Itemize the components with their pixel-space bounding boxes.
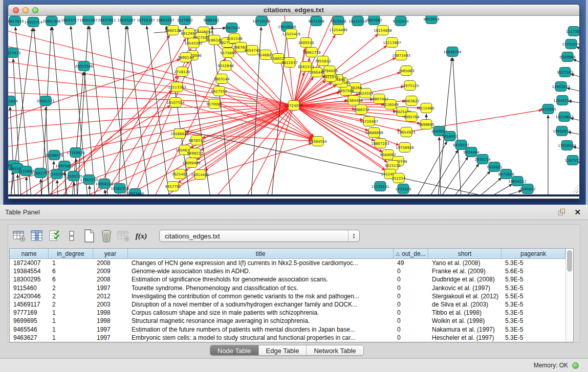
- table-row[interactable]: 1872400712008Changes of HCN gene express…: [10, 259, 565, 267]
- close-window-icon[interactable]: [13, 7, 19, 13]
- select-attributes-button[interactable]: [46, 228, 63, 244]
- table-cell: 5.3E-5: [502, 325, 565, 334]
- close-panel-icon[interactable]: ✕: [574, 208, 581, 216]
- table-tabs: Node TableEdge TableNetwork Table: [210, 345, 364, 356]
- new-table-button[interactable]: [80, 228, 98, 244]
- show-columns-button[interactable]: [28, 228, 46, 244]
- function-fx-icon: f(x): [136, 232, 147, 240]
- graph-node-label: 12093877: [552, 85, 570, 89]
- delete-attribute-button[interactable]: [98, 228, 115, 244]
- table-cell: 0: [394, 325, 428, 334]
- row-height-button[interactable]: [63, 228, 80, 244]
- table-panel-header: Table Panel ✕: [0, 205, 588, 220]
- graph-node-label: 9327472: [8, 51, 21, 55]
- graph-edge: [465, 171, 490, 194]
- tab-node-table[interactable]: Node Table: [210, 345, 259, 355]
- table-settings-icon: [13, 230, 26, 242]
- graph-node-label: 252254: [392, 177, 406, 181]
- table-scrollbar[interactable]: [565, 249, 573, 342]
- column-header-year[interactable]: year: [93, 249, 128, 258]
- graph-node-label: 8813014: [423, 17, 440, 21]
- graph-node-label: 2935114: [474, 158, 491, 162]
- graph-node-label: 17359928: [67, 151, 85, 155]
- network-canvas[interactable]: 2061351014055714208914061804371716055267…: [8, 16, 579, 196]
- table-cell: 2012: [93, 292, 128, 300]
- table-cell: 49: [394, 259, 428, 267]
- table-row[interactable]: 946362711997Embryonic stem cells: a mode…: [10, 334, 565, 342]
- table-row[interactable]: 2242004622012Investigating the contribut…: [10, 292, 565, 300]
- graph-node-label: 10654112: [508, 180, 527, 184]
- graph-node-label: 19166822: [170, 132, 189, 136]
- show-columns-icon: [30, 230, 43, 242]
- table-toolbar: f(x) citations_edges.txt ▲ ▼: [8, 225, 580, 247]
- sort-ascending-icon: △: [396, 251, 400, 256]
- column-header-short[interactable]: short: [428, 249, 502, 258]
- table-cell: 1997: [93, 325, 128, 334]
- table-row[interactable]: 1456911722003Disruption of a novel membe…: [10, 300, 565, 309]
- graph-node-label: 9242848: [217, 64, 233, 68]
- float-panel-icon[interactable]: [558, 209, 566, 216]
- column-header-title[interactable]: title: [128, 249, 394, 258]
- delete-table-button[interactable]: [115, 228, 133, 244]
- column-header-out_de[interactable]: △out_de...: [394, 249, 428, 258]
- table-row[interactable]: 946554611997Estimation of the future num…: [10, 325, 565, 334]
- graph-node-label: 8454749: [244, 49, 260, 53]
- node-table: namein_degreeyeartitle△out_de...shortpag…: [9, 248, 574, 342]
- table-cell: Dudbridge et al. (2008): [428, 275, 502, 283]
- table-cell: de Silva et al. (2003): [428, 300, 502, 309]
- network-window-titlebar[interactable]: citations_edges.txt: [8, 5, 579, 16]
- table-row[interactable]: 969969511998Structural magnetic resonanc…: [10, 317, 565, 325]
- table-source-select[interactable]: citations_edges.txt ▲ ▼: [159, 230, 360, 242]
- table-cell: 1: [49, 317, 93, 325]
- table-cell: 5.9E-5: [502, 275, 565, 283]
- table-cell: 9465546: [10, 325, 49, 334]
- column-header-pagerank[interactable]: pagerank: [502, 249, 565, 258]
- table-cell: 5.3E-5: [502, 317, 565, 325]
- graph-edge: [105, 190, 105, 194]
- table-row[interactable]: 1830029562008Estimation of significance …: [10, 275, 565, 283]
- table-cell: 2009: [93, 267, 128, 275]
- tab-edge-table[interactable]: Edge Table: [259, 345, 307, 355]
- table-cell: 2008: [93, 259, 128, 267]
- graph-edge: [40, 179, 41, 194]
- function-builder-button[interactable]: f(x): [133, 228, 150, 244]
- graph-edge: [489, 184, 512, 194]
- graph-node-label: 16914401: [191, 173, 209, 177]
- table-cell: Stergiakouli et al. (2012): [428, 292, 502, 300]
- node-table-grid: namein_degreeyeartitle△out_de...shortpag…: [10, 249, 565, 342]
- graph-node-label: 9466161: [203, 18, 219, 23]
- table-row[interactable]: 1938455462009Genome-wide association stu…: [10, 267, 565, 275]
- graph-node-label: 15751074: [562, 42, 579, 47]
- window-title: citations_edges.txt: [8, 6, 579, 14]
- graph-node-label: 16154808: [374, 29, 392, 33]
- graph-node-label: 2101546: [226, 37, 243, 41]
- graph-node-label: 18107554: [166, 101, 185, 105]
- graph-node-label: 19992971: [553, 129, 571, 134]
- graph-node-label: 2718120: [174, 70, 190, 74]
- graph-node-label: 16753287: [137, 18, 155, 23]
- graph-node-label: 18043717: [61, 18, 79, 23]
- table-cell: Corpus callosum shape and size in male p…: [128, 309, 394, 317]
- graph-node-label: 10653287: [156, 18, 175, 23]
- table-row[interactable]: 911546021997Tourette syndrome. Phenomeno…: [10, 284, 565, 292]
- attribute-checklist-icon: [48, 230, 60, 242]
- table-settings-button[interactable]: [11, 228, 28, 244]
- column-header-in_degree[interactable]: in_degree: [49, 249, 93, 258]
- tab-network-table[interactable]: Network Table: [307, 345, 363, 355]
- graph-node-label: 8471626: [498, 172, 514, 177]
- table-cell: 0: [394, 292, 428, 300]
- column-header-name[interactable]: name: [10, 249, 49, 258]
- graph-node-label: 1615132: [384, 164, 400, 168]
- graph-node-label: 6261513: [298, 65, 314, 69]
- graph-node-label: 19384554: [309, 140, 327, 144]
- zoom-window-icon[interactable]: [32, 7, 38, 13]
- scrollbar-thumb[interactable]: [567, 250, 572, 272]
- table-row[interactable]: 977716911998Corpus callosum shape and si…: [10, 309, 565, 317]
- delete-table-icon: [117, 230, 130, 242]
- graph-node-label: 9358922: [442, 135, 458, 139]
- graph-node-label: 9822037: [281, 61, 297, 65]
- table-cell: 2: [49, 300, 93, 309]
- graph-node-label: 18807243: [371, 142, 389, 146]
- minimize-window-icon[interactable]: [23, 7, 29, 13]
- table-source-value: citations_edges.txt: [160, 232, 348, 240]
